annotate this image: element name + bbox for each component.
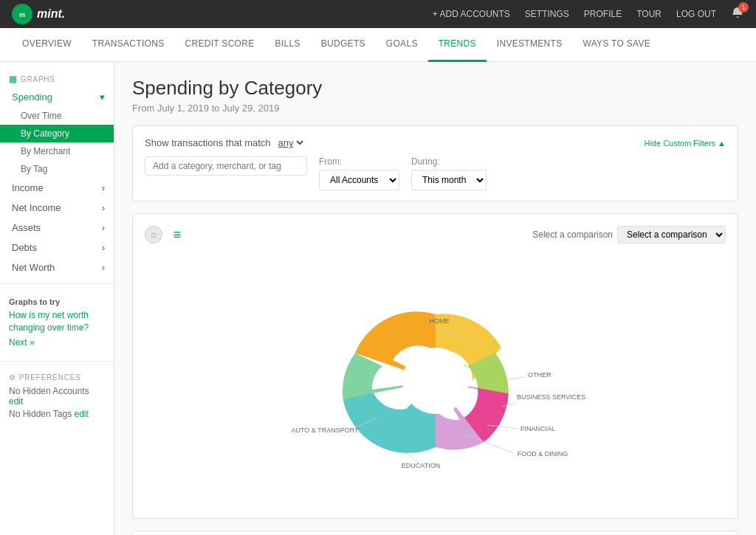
chart-toolbar-left: ○ ≡ (145, 226, 186, 244)
svg-text:HOME: HOME (429, 317, 449, 325)
svg-text:FOOD & DINING: FOOD & DINING (517, 450, 568, 458)
svg-point-3 (402, 348, 469, 414)
chevron-right-icon: › (102, 202, 105, 213)
chart-area: ○ ≡ Select a comparison Select a compari… (132, 213, 738, 519)
during-filter-group: During: This month (411, 156, 487, 190)
during-label: During: (411, 156, 487, 167)
edit-tags-link[interactable]: edit (75, 409, 89, 419)
pie-chart-button[interactable]: ○ (145, 226, 162, 244)
subnav-credit-score[interactable]: CREDIT SCORE (174, 28, 264, 62)
filters-top: Show transactions that match any all Hid… (145, 137, 726, 149)
sidebar-divider-2 (0, 361, 114, 362)
logo: m mint. (12, 4, 65, 24)
sidebar-assets[interactable]: Assets › (0, 218, 114, 238)
comparison-dropdown[interactable]: Select a comparison (617, 226, 726, 244)
sidebar-debts[interactable]: Debts › (0, 238, 114, 258)
subnav-goals[interactable]: GOALS (376, 28, 428, 62)
sidebar-income[interactable]: Income › (0, 178, 114, 198)
svg-text:BUSINESS SERVICES: BUSINESS SERVICES (517, 393, 585, 401)
sidebar-by-tag[interactable]: By Tag (0, 160, 114, 178)
page-subtitle: From July 1, 2019 to July 29, 2019 (132, 103, 738, 114)
filters-bar: Show transactions that match any all Hid… (132, 125, 738, 201)
profile-link[interactable]: PROFILE (584, 9, 622, 19)
subnav-trends[interactable]: TRENDS (428, 28, 487, 62)
match-select[interactable]: any all (275, 137, 306, 149)
notification-button[interactable]: 1 (731, 7, 744, 22)
subnav-budgets[interactable]: BUDGETS (311, 28, 376, 62)
subnav-bills[interactable]: BILLS (265, 28, 311, 62)
category-filter-input[interactable] (145, 156, 307, 176)
chevron-right-icon: › (102, 262, 105, 273)
sidebar-by-merchant[interactable]: By Merchant (0, 142, 114, 160)
donut-chart: HOME OTHER BUSINESS SERVICES FINANCIAL F… (251, 270, 620, 491)
settings-link[interactable]: SETTINGS (525, 9, 569, 19)
chart-toolbar: ○ ≡ Select a comparison Select a compari… (145, 226, 726, 244)
stats-section: Most Purchases 25 on Food & Dining (132, 531, 738, 535)
edit-accounts-link[interactable]: edit (9, 396, 23, 407)
subnav-transactions[interactable]: TRANSACTIONS (82, 28, 175, 62)
svg-text:m: m (19, 11, 25, 18)
sidebar: ▦ GRAPHS Spending ▾ Over Time By Categor… (0, 62, 114, 535)
accounts-select[interactable]: All Accounts (319, 170, 399, 190)
filter-input-group (145, 156, 307, 176)
from-filter-group: From: All Accounts (319, 156, 399, 190)
logout-link[interactable]: LOG OUT (676, 9, 716, 19)
hidden-accounts-pref: No Hidden Accounts edit (9, 386, 105, 407)
sidebar-net-income[interactable]: Net Income › (0, 198, 114, 218)
svg-text:AUTO & TRANSPORT: AUTO & TRANSPORT (291, 427, 359, 434)
svg-text:FINANCIAL: FINANCIAL (520, 425, 555, 432)
hide-custom-filters[interactable]: Hide Custom Filters ▲ (644, 139, 726, 148)
bar-chart-button[interactable]: ≡ (168, 226, 186, 244)
add-accounts-link[interactable]: + ADD ACCOUNTS (433, 9, 510, 19)
donut-chart-container: HOME OTHER BUSINESS SERVICES FINANCIAL F… (145, 255, 726, 506)
hidden-tags-pref: No Hidden Tags edit (9, 409, 105, 419)
sidebar-spending[interactable]: Spending ▾ (0, 87, 114, 107)
gear-icon: ⚙ (9, 373, 16, 382)
sidebar-net-worth[interactable]: Net Worth › (0, 258, 114, 277)
graphs-to-try: Graphs to try How is my net worth changi… (0, 290, 114, 355)
comparison-select: Select a comparison Select a comparison (532, 226, 726, 244)
from-label: From: (319, 156, 399, 167)
sidebar-by-category[interactable]: By Category (0, 125, 114, 142)
page-title: Spending by Category (132, 77, 738, 100)
period-select[interactable]: This month (411, 170, 487, 190)
subnav-investments[interactable]: INVESTMENTS (487, 28, 573, 62)
sidebar-divider (0, 283, 114, 284)
logo-text: mint. (37, 7, 65, 21)
chevron-right-icon: › (102, 242, 105, 253)
main-content: Spending by Category From July 1, 2019 t… (114, 62, 756, 535)
preferences-section: ⚙ PREFERENCES No Hidden Accounts edit No… (0, 367, 114, 427)
subnav: OVERVIEW TRANSACTIONS CREDIT SCORE BILLS… (0, 28, 756, 62)
graphs-section-header: ▦ GRAPHS (0, 68, 114, 87)
svg-text:OTHER: OTHER (528, 371, 551, 379)
chevron-right-icon: › (102, 222, 105, 233)
preferences-header: ⚙ PREFERENCES (9, 373, 105, 382)
svg-text:EDUCATION: EDUCATION (401, 462, 439, 469)
notification-badge: 1 (738, 2, 749, 13)
svg-line-7 (509, 377, 524, 379)
tour-link[interactable]: TOUR (636, 9, 662, 19)
chevron-right-icon: › (102, 182, 105, 193)
chevron-icon: ▾ (100, 92, 105, 103)
subnav-overview[interactable]: OVERVIEW (12, 28, 82, 62)
filters-row: From: All Accounts During: This month (145, 156, 726, 190)
sidebar-over-time[interactable]: Over Time (0, 107, 114, 125)
subnav-ways-to-save[interactable]: WAYS TO SAVE (573, 28, 662, 62)
bar-chart-icon: ▦ (9, 74, 18, 84)
topbar: m mint. + ADD ACCOUNTS SETTINGS PROFILE … (0, 0, 756, 28)
match-row: Show transactions that match any all (145, 137, 306, 149)
logo-icon: m (12, 4, 32, 24)
layout: ▦ GRAPHS Spending ▾ Over Time By Categor… (0, 62, 756, 535)
